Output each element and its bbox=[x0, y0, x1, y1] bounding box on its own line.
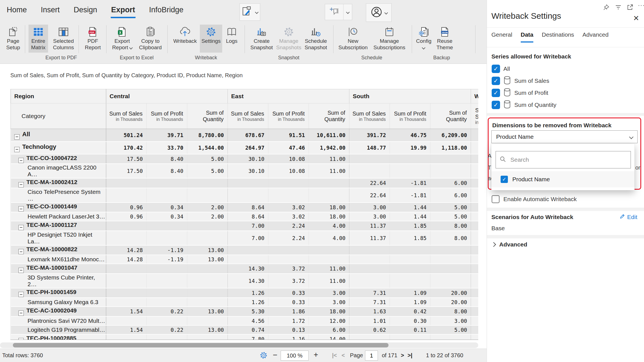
matrix-column-group[interactable]: East bbox=[228, 89, 349, 104]
matrix-row-header[interactable]: TEC-PH-10002885 bbox=[11, 334, 106, 340]
reuse-theme-button[interactable]: JSON ReuseTheme bbox=[434, 25, 456, 53]
matrix-cell[interactable]: 11.00 bbox=[309, 274, 349, 288]
row-expander-icon[interactable] bbox=[18, 268, 24, 273]
matrix-corner-region[interactable]: Region bbox=[11, 89, 106, 104]
more-options-icon[interactable]: ··· bbox=[638, 2, 644, 9]
matrix-cell[interactable] bbox=[309, 245, 349, 255]
matrix-cell[interactable] bbox=[309, 255, 349, 264]
matrix-row-header[interactable]: TEC-MA-10002412 bbox=[11, 178, 106, 188]
matrix-cell[interactable] bbox=[228, 188, 268, 203]
matrix-row-header[interactable]: TEC-MA-10001047 bbox=[11, 264, 106, 274]
matrix-cell[interactable]: 6.00 bbox=[430, 178, 471, 188]
matrix-cell[interactable] bbox=[147, 274, 187, 288]
panel-tab-destinations[interactable]: Destinations bbox=[542, 31, 574, 43]
manage-subscriptions-button[interactable]: ManageSubscriptions bbox=[370, 25, 408, 53]
matrix-cell[interactable] bbox=[106, 178, 147, 188]
matrix-cell[interactable]: 3.00 bbox=[309, 298, 349, 307]
matrix-cell[interactable]: 1,544.00 bbox=[187, 142, 228, 154]
matrix-row-header[interactable]: HP Designjet T520 Inkjet La… bbox=[11, 231, 106, 245]
matrix-cell[interactable] bbox=[390, 264, 430, 274]
matrix-cell[interactable]: 0.11 bbox=[390, 325, 430, 334]
matrix-cell[interactable]: 10,611.00 bbox=[309, 129, 349, 142]
chevron-down-icon[interactable] bbox=[344, 10, 352, 15]
matrix-cell[interactable] bbox=[147, 298, 187, 307]
matrix-cell[interactable] bbox=[147, 316, 187, 325]
matrix-cell[interactable]: 14.30 bbox=[228, 274, 268, 288]
matrix-cell[interactable]: 3.00 bbox=[309, 288, 349, 298]
matrix-cell[interactable]: 18.00 bbox=[309, 203, 349, 212]
matrix-cell[interactable]: 501.24 bbox=[106, 129, 147, 142]
matrix-measure-header[interactable]: Sum of Profitin Thousands bbox=[147, 104, 187, 129]
row-expander-icon[interactable] bbox=[18, 292, 24, 297]
matrix-cell[interactable]: 22.64 bbox=[349, 178, 390, 188]
matrix-cell[interactable]: 0.33 bbox=[268, 288, 309, 298]
matrix-cell[interactable] bbox=[106, 274, 147, 288]
matrix-cell[interactable] bbox=[309, 188, 349, 203]
last-page-button[interactable]: >| bbox=[408, 352, 412, 359]
matrix-cell[interactable]: 1.63 bbox=[349, 307, 390, 316]
matrix-cell[interactable]: 4.56 bbox=[228, 316, 268, 325]
matrix-cell[interactable]: 3.00 bbox=[349, 203, 390, 212]
table-settings-gear-icon[interactable] bbox=[259, 351, 268, 361]
dropdown-option-product-name[interactable]: ✓ Product Name bbox=[491, 171, 634, 187]
matrix-cell[interactable] bbox=[349, 154, 390, 164]
matrix-cell[interactable]: 5.00 bbox=[187, 164, 228, 178]
matrix-cell[interactable]: 0.34 bbox=[147, 212, 187, 221]
matrix-cell[interactable]: 1.54 bbox=[106, 307, 147, 316]
matrix-cell[interactable] bbox=[187, 316, 228, 325]
matrix-cell[interactable]: 170.42 bbox=[106, 142, 147, 154]
matrix-cell[interactable]: 30.10 bbox=[228, 164, 268, 178]
matrix-cell[interactable] bbox=[187, 334, 228, 340]
matrix-cell[interactable] bbox=[147, 188, 187, 203]
matrix-cell[interactable]: 7.00 bbox=[228, 221, 268, 231]
matrix-cell[interactable]: 1.72 bbox=[268, 316, 309, 325]
matrix-cell[interactable]: 1.85 bbox=[390, 231, 430, 245]
checkbox-checked-icon[interactable]: ✓ bbox=[492, 77, 500, 85]
matrix-cell[interactable] bbox=[187, 221, 228, 231]
matrix-measure-header[interactable]: Sum of Quantity bbox=[187, 104, 228, 129]
panel-tab-advanced[interactable]: Advanced bbox=[583, 31, 609, 43]
matrix-cell[interactable]: 1.01 bbox=[349, 316, 390, 325]
zoom-out-button[interactable]: − bbox=[273, 351, 277, 359]
matrix-cell[interactable]: 47.46 bbox=[268, 142, 309, 154]
matrix-cell[interactable] bbox=[349, 245, 390, 255]
matrix-cell[interactable]: 4.00 bbox=[309, 221, 349, 231]
matrix-cell[interactable]: 5.00 bbox=[430, 325, 471, 334]
settings-button[interactable]: Settings bbox=[200, 25, 222, 53]
matrix-cell[interactable]: 10.08 bbox=[268, 154, 309, 164]
matrix-cell[interactable]: 13.00 bbox=[187, 245, 228, 255]
matrix-cell[interactable] bbox=[147, 334, 187, 340]
matrix-cell[interactable]: 14.00 bbox=[309, 334, 349, 340]
new-subscription-button[interactable]: NewSubscription bbox=[336, 25, 370, 53]
matrix-cell[interactable]: -1.19 bbox=[147, 255, 187, 264]
matrix-measure-header[interactable]: Sum of Salesin Thousands bbox=[471, 104, 478, 129]
matrix-cell[interactable]: 2.24 bbox=[268, 231, 309, 245]
matrix-cell[interactable]: 0.34 bbox=[147, 203, 187, 212]
dropdown-search-field[interactable] bbox=[496, 151, 631, 168]
matrix-cell[interactable]: 5.30 bbox=[228, 307, 268, 316]
popout-icon[interactable] bbox=[627, 4, 633, 12]
matrix-cell[interactable]: 7.80 bbox=[228, 334, 268, 340]
matrix-cell[interactable]: -1.81 bbox=[390, 178, 430, 188]
matrix-cell[interactable] bbox=[228, 245, 268, 255]
matrix-cell[interactable]: 3.02 bbox=[268, 212, 309, 221]
matrix-row-header[interactable]: Technology bbox=[11, 142, 106, 154]
edit-scenarios-link[interactable]: Edit bbox=[620, 214, 637, 220]
matrix-cell[interactable]: 11.00 bbox=[309, 264, 349, 274]
pin-icon[interactable] bbox=[603, 4, 610, 12]
matrix-cell[interactable] bbox=[430, 274, 471, 288]
matrix-cell[interactable] bbox=[390, 334, 430, 340]
matrix-cell[interactable]: 1.85 bbox=[390, 221, 430, 231]
matrix-cell[interactable]: 11.37 bbox=[349, 221, 390, 231]
checkbox-checked-icon[interactable]: ✓ bbox=[492, 101, 500, 109]
previous-page-button[interactable]: < bbox=[342, 352, 345, 359]
matrix-cell[interactable]: 3.00 bbox=[430, 316, 471, 325]
matrix-cell[interactable] bbox=[268, 245, 309, 255]
create-snapshot-button[interactable]: CreateSnapshot bbox=[248, 25, 275, 53]
matrix-cell[interactable] bbox=[147, 264, 187, 274]
matrix-cell[interactable]: 8,780.00 bbox=[187, 129, 228, 142]
matrix-cell[interactable] bbox=[147, 288, 187, 298]
matrix-cell[interactable] bbox=[106, 316, 147, 325]
matrix-cell[interactable]: 91.51 bbox=[268, 129, 309, 142]
matrix-row-header[interactable]: Canon imageCLASS 2200 A… bbox=[11, 164, 106, 178]
